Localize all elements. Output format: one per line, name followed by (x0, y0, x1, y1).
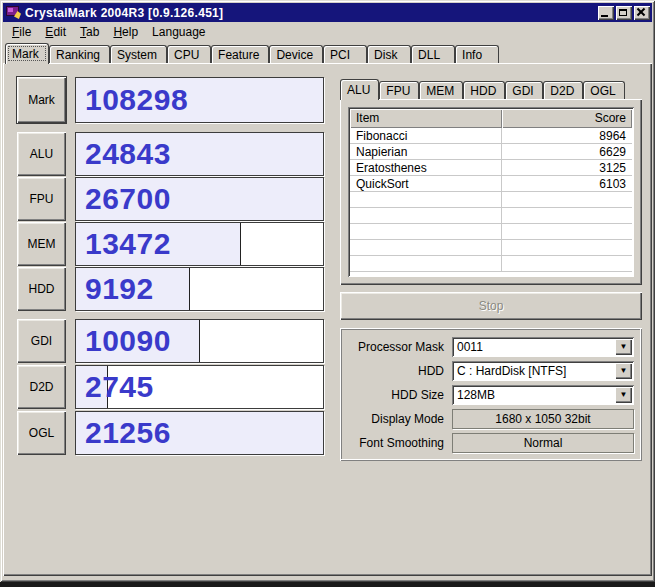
minimize-button[interactable] (598, 6, 614, 20)
processor-mask-label: Processor Mask (344, 340, 452, 354)
score-cell (502, 192, 632, 207)
font-smoothing-label: Font Smoothing (344, 436, 452, 450)
hdd-size-label: HDD Size (344, 388, 452, 402)
close-button[interactable] (634, 6, 650, 20)
score-box-alu: 24843 (75, 132, 324, 176)
chevron-down-icon[interactable]: ▼ (615, 387, 632, 403)
benchmark-row-gdi: GDI 10090 (17, 319, 324, 363)
maximize-button[interactable] (616, 6, 632, 20)
table-row-empty (350, 256, 632, 272)
benchmark-button-gdi[interactable]: GDI (17, 319, 66, 363)
application-window: CrystalMark 2004R3 [0.9.126.451] File Ed… (0, 0, 655, 582)
minimize-icon (601, 15, 608, 17)
benchmark-row-fpu: FPU 26700 (17, 177, 324, 221)
benchmark-row-ogl: OGL 21256 (17, 411, 324, 455)
tab-mark[interactable]: Mark (5, 43, 49, 64)
score-cell (502, 208, 632, 223)
score-box-d2d: 2745 (75, 365, 324, 409)
main-tab-strip: Mark Ranking System CPU Feature Device P… (3, 41, 652, 63)
hdd-size-combobox[interactable]: 128MB ▼ (452, 385, 634, 405)
tab-system[interactable]: System (110, 45, 167, 63)
score-box-mark: 108298 (75, 77, 324, 123)
detail-tab-alu[interactable]: ALU (340, 79, 379, 100)
tab-cpu[interactable]: CPU (167, 45, 211, 63)
display-mode-label: Display Mode (344, 412, 452, 426)
benchmark-button-ogl[interactable]: OGL (17, 411, 66, 455)
settings-panel: Processor Mask 0011 ▼ HDD C : HardDisk [… (340, 328, 642, 461)
benchmark-row-alu: ALU 24843 (17, 132, 324, 176)
maximize-icon (619, 9, 627, 16)
detail-tab-ogl[interactable]: OGL (583, 81, 624, 99)
benchmark-button-alu[interactable]: ALU (17, 132, 66, 176)
item-cell (350, 208, 502, 223)
chevron-down-icon[interactable]: ▼ (615, 363, 632, 379)
score-value-mark: 108298 (85, 83, 188, 117)
benchmark-button-mem[interactable]: MEM (17, 222, 66, 266)
menu-file[interactable]: File (5, 23, 38, 41)
setting-row-hdd: HDD C : HardDisk [NTFS] ▼ (344, 361, 634, 381)
title-bar[interactable]: CrystalMark 2004R3 [0.9.126.451] (3, 3, 652, 22)
display-mode-value: 1680 x 1050 32bit (452, 409, 634, 429)
detail-tab-gdi[interactable]: GDI (505, 81, 543, 99)
detail-tab-mem[interactable]: MEM (419, 81, 463, 99)
stop-button[interactable]: Stop (340, 292, 642, 320)
menu-language[interactable]: Language (145, 23, 212, 41)
benchmark-row-mark: Mark 108298 (17, 77, 324, 123)
detail-tab-page: Item Score Fibonacci 8964 Napierian 6629… (340, 99, 642, 285)
menu-edit[interactable]: Edit (38, 23, 73, 41)
tab-feature[interactable]: Feature (211, 45, 269, 63)
item-cell (350, 256, 502, 271)
item-cell (350, 240, 502, 255)
setting-row-display-mode: Display Mode 1680 x 1050 32bit (344, 409, 634, 429)
item-cell: QuickSort (350, 176, 502, 191)
menu-bar: File Edit Tab Help Language (3, 22, 652, 41)
setting-row-processor-mask: Processor Mask 0011 ▼ (344, 337, 634, 357)
benchmark-button-hdd[interactable]: HDD (17, 267, 66, 311)
tab-device[interactable]: Device (269, 45, 323, 63)
score-box-ogl: 21256 (75, 411, 324, 455)
hdd-label: HDD (344, 364, 452, 378)
chevron-down-icon[interactable]: ▼ (615, 339, 632, 355)
detail-tab-fpu[interactable]: FPU (379, 81, 419, 99)
item-cell (350, 224, 502, 239)
tab-ranking[interactable]: Ranking (49, 45, 110, 63)
table-row[interactable]: Fibonacci 8964 (350, 128, 632, 144)
table-row[interactable]: Eratosthenes 3125 (350, 160, 632, 176)
result-table: Item Score Fibonacci 8964 Napierian 6629… (348, 107, 634, 277)
score-value-gdi: 10090 (85, 324, 171, 358)
table-row-empty (350, 192, 632, 208)
processor-mask-combobox[interactable]: 0011 ▼ (452, 337, 634, 357)
score-value-mem: 13472 (85, 227, 171, 261)
table-row-empty (350, 240, 632, 256)
score-value-alu: 24843 (85, 137, 171, 171)
hdd-combobox[interactable]: C : HardDisk [NTFS] ▼ (452, 361, 634, 381)
mark-tab-page: Mark 108298 ALU 24843 FPU 26700 (3, 63, 652, 576)
score-cell (502, 240, 632, 255)
score-box-gdi: 10090 (75, 319, 324, 363)
column-header-score[interactable]: Score (502, 109, 632, 128)
tab-info[interactable]: Info (455, 45, 499, 63)
benchmark-button-d2d[interactable]: D2D (17, 365, 66, 409)
score-cell: 6629 (502, 144, 632, 159)
icon-glare (8, 8, 13, 12)
tab-disk[interactable]: Disk (367, 45, 411, 63)
window-controls (598, 6, 650, 20)
tab-pci[interactable]: PCI (323, 45, 367, 63)
close-icon (634, 6, 650, 20)
score-box-mem: 13472 (75, 222, 324, 266)
score-cell (502, 256, 632, 271)
table-row[interactable]: QuickSort 6103 (350, 176, 632, 192)
processor-mask-value: 0011 (452, 340, 615, 354)
menu-help[interactable]: Help (106, 23, 145, 41)
score-cell (502, 224, 632, 239)
tab-dll[interactable]: DLL (411, 45, 455, 63)
table-row-empty (350, 224, 632, 240)
benchmark-button-fpu[interactable]: FPU (17, 177, 66, 221)
table-row[interactable]: Napierian 6629 (350, 144, 632, 160)
detail-tab-hdd[interactable]: HDD (463, 81, 505, 99)
menu-tab[interactable]: Tab (73, 23, 106, 41)
column-header-item[interactable]: Item (350, 109, 502, 128)
hdd-size-value: 128MB (452, 388, 615, 402)
detail-tab-d2d[interactable]: D2D (543, 81, 583, 99)
benchmark-button-mark[interactable]: Mark (17, 77, 66, 123)
